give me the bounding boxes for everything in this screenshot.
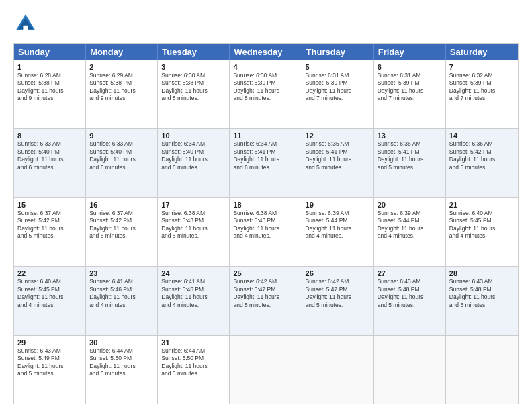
logo-icon <box>13 12 38 36</box>
day-info: Sunrise: 6:31 AM Sunset: 5:39 PM Dayligh… <box>378 72 442 103</box>
day-info: Sunrise: 6:31 AM Sunset: 5:39 PM Dayligh… <box>306 72 370 103</box>
day-number: 13 <box>378 132 442 140</box>
calendar-cell-empty <box>302 336 374 404</box>
day-number: 11 <box>233 132 298 140</box>
day-number: 12 <box>306 132 370 140</box>
day-info: Sunrise: 6:36 AM Sunset: 5:42 PM Dayligh… <box>449 140 515 171</box>
calendar-cell-12: 12Sunrise: 6:35 AM Sunset: 5:41 PM Dayli… <box>302 129 374 197</box>
day-info: Sunrise: 6:41 AM Sunset: 5:46 PM Dayligh… <box>89 278 154 309</box>
day-number: 5 <box>306 63 370 71</box>
day-number: 3 <box>161 63 226 71</box>
calendar-cell-20: 20Sunrise: 6:39 AM Sunset: 5:44 PM Dayli… <box>374 198 446 266</box>
day-info: Sunrise: 6:44 AM Sunset: 5:50 PM Dayligh… <box>89 347 154 378</box>
calendar-cell-6: 6Sunrise: 6:31 AM Sunset: 5:39 PM Daylig… <box>374 60 446 128</box>
weekday-header-sunday: Sunday <box>14 44 86 60</box>
calendar-cell-24: 24Sunrise: 6:41 AM Sunset: 5:46 PM Dayli… <box>158 267 230 334</box>
calendar: SundayMondayTuesdayWednesdayThursdayFrid… <box>13 43 519 404</box>
day-info: Sunrise: 6:44 AM Sunset: 5:50 PM Dayligh… <box>161 347 226 378</box>
day-info: Sunrise: 6:33 AM Sunset: 5:40 PM Dayligh… <box>89 140 154 171</box>
day-info: Sunrise: 6:38 AM Sunset: 5:43 PM Dayligh… <box>233 210 298 240</box>
day-info: Sunrise: 6:43 AM Sunset: 5:49 PM Dayligh… <box>17 347 82 378</box>
day-number: 29 <box>17 338 82 347</box>
day-number: 10 <box>161 132 226 140</box>
day-info: Sunrise: 6:43 AM Sunset: 5:48 PM Dayligh… <box>449 278 515 309</box>
day-number: 14 <box>449 132 515 140</box>
day-number: 7 <box>449 63 515 71</box>
calendar-cell-18: 18Sunrise: 6:38 AM Sunset: 5:43 PM Dayli… <box>230 198 302 266</box>
day-number: 19 <box>306 201 370 209</box>
calendar-cell-29: 29Sunrise: 6:43 AM Sunset: 5:49 PM Dayli… <box>14 336 86 404</box>
calendar-cell-2: 2Sunrise: 6:29 AM Sunset: 5:38 PM Daylig… <box>86 60 158 128</box>
day-info: Sunrise: 6:34 AM Sunset: 5:40 PM Dayligh… <box>161 140 226 171</box>
calendar-cell-3: 3Sunrise: 6:30 AM Sunset: 5:38 PM Daylig… <box>158 60 230 128</box>
calendar-cell-empty <box>230 336 302 404</box>
weekday-header-monday: Monday <box>86 44 158 60</box>
day-info: Sunrise: 6:38 AM Sunset: 5:43 PM Dayligh… <box>161 210 226 240</box>
weekday-header-thursday: Thursday <box>302 44 374 60</box>
day-info: Sunrise: 6:41 AM Sunset: 5:46 PM Dayligh… <box>161 278 226 309</box>
calendar-cell-25: 25Sunrise: 6:42 AM Sunset: 5:47 PM Dayli… <box>230 267 302 334</box>
day-info: Sunrise: 6:35 AM Sunset: 5:41 PM Dayligh… <box>306 140 370 171</box>
calendar-cell-30: 30Sunrise: 6:44 AM Sunset: 5:50 PM Dayli… <box>86 336 158 404</box>
day-number: 26 <box>306 269 370 277</box>
header <box>13 12 519 36</box>
day-number: 28 <box>449 269 515 277</box>
calendar-body: 1Sunrise: 6:28 AM Sunset: 5:38 PM Daylig… <box>14 60 518 404</box>
svg-rect-2 <box>23 26 28 30</box>
weekday-header-wednesday: Wednesday <box>230 44 302 60</box>
calendar-cell-15: 15Sunrise: 6:37 AM Sunset: 5:42 PM Dayli… <box>14 198 86 266</box>
weekday-header-tuesday: Tuesday <box>158 44 230 60</box>
calendar-cell-empty <box>374 336 446 404</box>
calendar-cell-1: 1Sunrise: 6:28 AM Sunset: 5:38 PM Daylig… <box>14 60 86 128</box>
weekday-header-saturday: Saturday <box>446 44 518 60</box>
calendar-cell-27: 27Sunrise: 6:43 AM Sunset: 5:48 PM Dayli… <box>374 267 446 334</box>
calendar-cell-31: 31Sunrise: 6:44 AM Sunset: 5:50 PM Dayli… <box>158 336 230 404</box>
day-number: 17 <box>161 201 226 209</box>
calendar-row-4: 29Sunrise: 6:43 AM Sunset: 5:49 PM Dayli… <box>14 335 518 404</box>
day-info: Sunrise: 6:32 AM Sunset: 5:39 PM Dayligh… <box>449 72 515 103</box>
day-number: 22 <box>17 269 82 277</box>
day-number: 16 <box>89 201 154 209</box>
day-number: 27 <box>378 269 442 277</box>
day-info: Sunrise: 6:36 AM Sunset: 5:41 PM Dayligh… <box>378 140 442 171</box>
day-info: Sunrise: 6:42 AM Sunset: 5:47 PM Dayligh… <box>306 278 370 309</box>
calendar-cell-11: 11Sunrise: 6:34 AM Sunset: 5:41 PM Dayli… <box>230 129 302 197</box>
day-number: 31 <box>161 338 226 347</box>
day-number: 18 <box>233 201 298 209</box>
day-number: 24 <box>161 269 226 277</box>
day-number: 23 <box>89 269 154 277</box>
calendar-cell-8: 8Sunrise: 6:33 AM Sunset: 5:40 PM Daylig… <box>14 129 86 197</box>
calendar-cell-23: 23Sunrise: 6:41 AM Sunset: 5:46 PM Dayli… <box>86 267 158 334</box>
day-number: 1 <box>17 63 82 71</box>
calendar-cell-14: 14Sunrise: 6:36 AM Sunset: 5:42 PM Dayli… <box>446 129 518 197</box>
day-info: Sunrise: 6:37 AM Sunset: 5:42 PM Dayligh… <box>17 210 82 240</box>
calendar-cell-19: 19Sunrise: 6:39 AM Sunset: 5:44 PM Dayli… <box>302 198 374 266</box>
day-info: Sunrise: 6:28 AM Sunset: 5:38 PM Dayligh… <box>17 72 82 103</box>
calendar-cell-7: 7Sunrise: 6:32 AM Sunset: 5:39 PM Daylig… <box>446 60 518 128</box>
calendar-row-1: 8Sunrise: 6:33 AM Sunset: 5:40 PM Daylig… <box>14 128 518 197</box>
day-number: 15 <box>17 201 82 209</box>
day-info: Sunrise: 6:40 AM Sunset: 5:45 PM Dayligh… <box>449 210 515 240</box>
day-number: 25 <box>233 269 298 277</box>
day-number: 21 <box>449 201 515 209</box>
calendar-header: SundayMondayTuesdayWednesdayThursdayFrid… <box>14 44 518 60</box>
day-info: Sunrise: 6:30 AM Sunset: 5:38 PM Dayligh… <box>161 72 226 103</box>
day-number: 30 <box>89 338 154 347</box>
calendar-cell-10: 10Sunrise: 6:34 AM Sunset: 5:40 PM Dayli… <box>158 129 230 197</box>
calendar-cell-21: 21Sunrise: 6:40 AM Sunset: 5:45 PM Dayli… <box>446 198 518 266</box>
day-number: 6 <box>378 63 442 71</box>
page: SundayMondayTuesdayWednesdayThursdayFrid… <box>0 0 532 411</box>
day-number: 8 <box>17 132 82 140</box>
day-info: Sunrise: 6:43 AM Sunset: 5:48 PM Dayligh… <box>378 278 442 309</box>
calendar-row-2: 15Sunrise: 6:37 AM Sunset: 5:42 PM Dayli… <box>14 197 518 266</box>
calendar-cell-22: 22Sunrise: 6:40 AM Sunset: 5:45 PM Dayli… <box>14 267 86 334</box>
logo <box>13 12 40 36</box>
calendar-cell-16: 16Sunrise: 6:37 AM Sunset: 5:42 PM Dayli… <box>86 198 158 266</box>
day-info: Sunrise: 6:33 AM Sunset: 5:40 PM Dayligh… <box>17 140 82 171</box>
calendar-cell-5: 5Sunrise: 6:31 AM Sunset: 5:39 PM Daylig… <box>302 60 374 128</box>
day-info: Sunrise: 6:37 AM Sunset: 5:42 PM Dayligh… <box>89 210 154 240</box>
day-number: 2 <box>89 63 154 71</box>
calendar-cell-9: 9Sunrise: 6:33 AM Sunset: 5:40 PM Daylig… <box>86 129 158 197</box>
calendar-row-0: 1Sunrise: 6:28 AM Sunset: 5:38 PM Daylig… <box>14 60 518 128</box>
day-info: Sunrise: 6:29 AM Sunset: 5:38 PM Dayligh… <box>89 72 154 103</box>
